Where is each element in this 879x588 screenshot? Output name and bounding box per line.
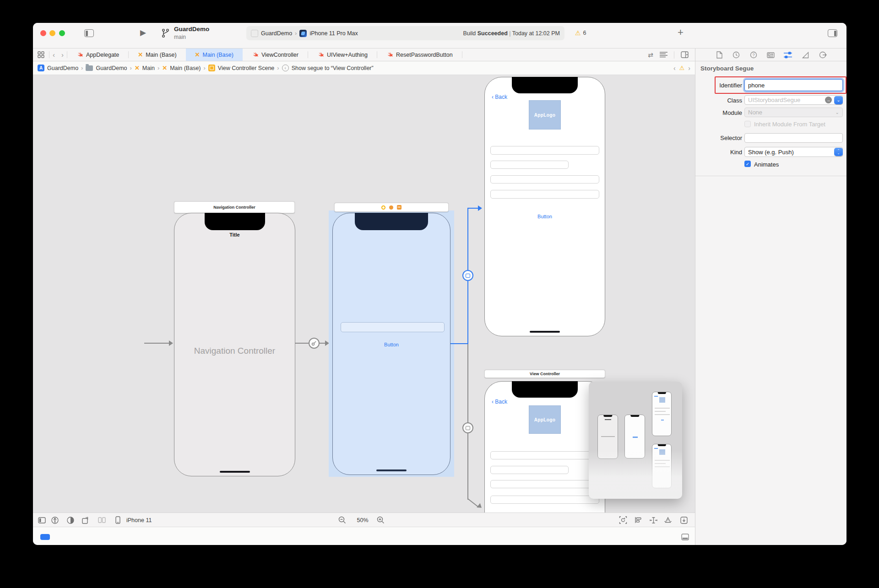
minimize-window-button[interactable] <box>49 30 55 36</box>
animates-checkbox[interactable]: ✓ <box>744 161 751 167</box>
align-constraints-icon[interactable] <box>632 513 644 527</box>
split-preview-icon[interactable] <box>97 513 107 527</box>
history-inspector-icon[interactable] <box>729 49 743 61</box>
text-field-2[interactable] <box>490 161 569 169</box>
selector-input[interactable] <box>748 135 839 141</box>
show-segue-icon-selected[interactable] <box>462 270 473 281</box>
text-field-1[interactable] <box>490 451 599 459</box>
accessibility-icon[interactable] <box>50 513 60 527</box>
identifier-input[interactable] <box>748 82 839 89</box>
resolve-issues-icon[interactable] <box>662 513 674 527</box>
next-issue-button[interactable]: › <box>688 65 690 72</box>
login-button[interactable]: Button <box>333 342 450 347</box>
update-frames-icon[interactable] <box>617 513 629 527</box>
nav-bar-title[interactable]: Title <box>174 232 295 237</box>
text-field-2[interactable] <box>490 466 569 474</box>
text-field-4[interactable] <box>490 496 599 504</box>
adjust-editor-icon[interactable] <box>660 52 667 58</box>
previous-issue-button[interactable]: ‹ <box>673 65 676 72</box>
login-phone-selected[interactable]: Button <box>332 213 450 475</box>
tab-resetpasswordbutton[interactable]: ResetPasswordButton <box>377 49 462 61</box>
inherit-module-checkbox[interactable] <box>744 121 751 127</box>
identity-inspector-icon[interactable] <box>764 49 777 61</box>
embed-icon[interactable] <box>678 513 690 527</box>
scheme-device[interactable]: iPhone 11 Pro Max <box>309 30 358 37</box>
device-icon[interactable] <box>114 513 122 527</box>
phone-code-vc[interactable]: ‹ Back AppLogo Button <box>484 77 605 336</box>
toggle-document-outline-icon[interactable] <box>37 513 47 527</box>
file-inspector-icon[interactable] <box>712 49 726 61</box>
warning-issue-icon[interactable]: ⚠ <box>679 65 685 71</box>
storyboard-canvas[interactable]: Navigation Controller Title Navigation C… <box>33 75 695 512</box>
show-segue-icon[interactable] <box>462 422 473 433</box>
back-history-button[interactable]: ‹ <box>49 49 58 61</box>
kind-dropdown[interactable]: Show (e.g. Push) <box>744 147 843 157</box>
reset-vc-phone[interactable]: ‹ Back AppLogo <box>484 381 605 512</box>
text-field-3[interactable] <box>490 480 599 488</box>
app-logo-imageview[interactable]: AppLogo <box>529 100 561 129</box>
toggle-debug-area-icon[interactable] <box>681 534 689 540</box>
identifier-field[interactable] <box>744 79 843 91</box>
code-review-icon[interactable]: ⇄ <box>648 51 653 59</box>
text-field-1[interactable] <box>490 146 599 155</box>
build-status[interactable]: Build Succeeded | Today at 12:02 PM <box>463 30 560 37</box>
orientation-icon[interactable] <box>81 513 91 527</box>
phone-scene-button[interactable]: Button <box>485 214 605 219</box>
login-scene-header[interactable]: ↦ <box>334 203 449 212</box>
tab-uiview-authing[interactable]: UIView+Authing <box>308 49 377 61</box>
view-controller-proxy-icon[interactable] <box>381 205 385 210</box>
breadcrumb-segue[interactable]: Show segue to “View Controller” <box>292 65 374 71</box>
breadcrumb-scene[interactable]: View Controller Scene <box>218 65 274 71</box>
reset-scene-header[interactable]: View Controller <box>484 370 605 378</box>
class-jump-arrow-icon[interactable]: → <box>825 97 832 103</box>
first-responder-icon[interactable] <box>389 205 393 210</box>
tab-viewcontroller[interactable]: ViewController <box>243 49 308 61</box>
tab-main-base-2-selected[interactable]: ✕ Main (Base) <box>186 49 243 61</box>
tab-appdelegate[interactable]: AppDelegate <box>67 49 128 61</box>
breadcrumb-project[interactable]: GuardDemo <box>47 65 78 71</box>
zoom-window-button[interactable] <box>59 30 65 36</box>
help-inspector-icon[interactable]: ? <box>747 49 760 61</box>
minimap[interactable] <box>589 382 682 499</box>
add-editor-icon[interactable] <box>681 51 689 58</box>
connections-inspector-icon[interactable] <box>816 49 830 61</box>
nav-controller-scene-header[interactable]: Navigation Controller <box>174 201 295 213</box>
navigation-controller-phone[interactable]: Title Navigation Controller <box>174 213 295 476</box>
size-inspector-icon[interactable] <box>798 49 812 61</box>
device-name[interactable]: iPhone 11 <box>126 513 158 527</box>
breadcrumb-main-base[interactable]: Main (Base) <box>170 65 201 71</box>
kind-stepper-icon[interactable]: ⌃⌄ <box>834 148 843 156</box>
class-input[interactable] <box>748 97 824 103</box>
text-field-3[interactable] <box>490 175 599 183</box>
text-field-4[interactable] <box>490 190 599 199</box>
scheme-selector[interactable]: GuardDemo › iPhone 11 Pro Max Build Succ… <box>246 26 564 40</box>
zoom-out-button[interactable] <box>337 513 347 527</box>
segue-other-line[interactable] <box>467 344 468 500</box>
segue-phone-line[interactable] <box>450 343 468 344</box>
forward-history-button[interactable]: › <box>58 49 67 61</box>
attributes-inspector-icon[interactable] <box>781 49 795 61</box>
breakpoint-pill[interactable] <box>40 534 50 540</box>
toggle-navigator-icon[interactable] <box>84 29 94 37</box>
scheme-project[interactable]: GuardDemo <box>261 30 292 37</box>
back-button[interactable]: ‹ Back <box>492 94 507 100</box>
close-window-button[interactable] <box>40 30 46 36</box>
add-constraints-icon[interactable] <box>647 513 659 527</box>
warning-badge[interactable]: ⚠ 6 <box>575 29 586 37</box>
appearance-icon[interactable] <box>65 513 76 527</box>
add-tab-button[interactable]: + <box>678 27 684 38</box>
breadcrumb-main[interactable]: Main <box>142 65 155 71</box>
login-text-field[interactable] <box>341 322 445 332</box>
breadcrumb-group[interactable]: GuardDemo <box>96 65 127 71</box>
toggle-inspector-icon[interactable] <box>828 29 837 37</box>
exit-icon[interactable]: ↦ <box>397 205 402 210</box>
back-button[interactable]: ‹ Back <box>492 399 507 405</box>
run-button[interactable]: ▶ <box>140 28 146 38</box>
zoom-in-button[interactable] <box>375 513 385 527</box>
tab-main-base-1[interactable]: ✕ Main (Base) <box>129 49 185 61</box>
root-segue-icon[interactable] <box>309 338 320 349</box>
class-dropdown-button[interactable]: ⌄ <box>834 96 843 104</box>
app-logo-imageview[interactable]: AppLogo <box>529 405 561 434</box>
selector-field[interactable] <box>744 133 843 143</box>
tab-overview-icon[interactable] <box>33 49 49 61</box>
